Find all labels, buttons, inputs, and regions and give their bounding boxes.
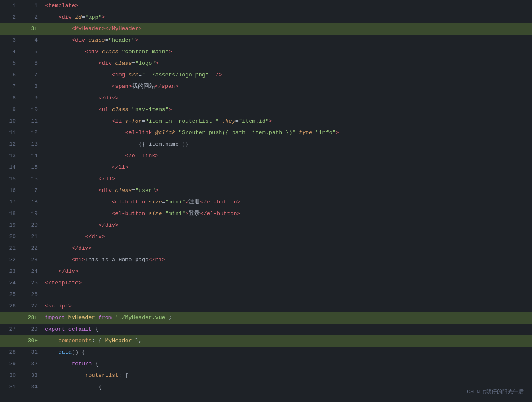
line-row: 1718 <el-button size="mini">注册</el-butto… (0, 196, 532, 208)
right-line-number: 34 (20, 381, 40, 393)
code-line: </div> (40, 231, 532, 243)
line-row: 89 </div> (0, 92, 532, 104)
line-row: 28+import MyHeader from './MyHeader.vue'… (0, 312, 532, 324)
right-line-number: 14 (20, 150, 40, 162)
right-line-number: 26 (20, 289, 40, 300)
right-line-number: 27 (20, 300, 40, 312)
line-row: 2223 <h1>This is a Home page</h1> (0, 254, 532, 266)
code-line: <MyHeader></MyHeader> (40, 23, 532, 35)
right-line-number: 32 (20, 358, 40, 370)
left-line-number: 1 (0, 0, 20, 12)
right-line-number: 29 (20, 324, 40, 335)
right-line-number: 19 (20, 208, 40, 220)
left-line-number: 26 (0, 300, 20, 312)
left-line-number: 27 (0, 324, 20, 335)
line-row: 3033 routerList: [ (0, 370, 532, 381)
right-line-number: 25 (20, 277, 40, 289)
code-line: <div id="app"> (40, 12, 532, 23)
line-row: 34 <div class="header"> (0, 35, 532, 46)
right-line-number: 17 (20, 185, 40, 196)
left-line-number: 16 (0, 185, 20, 196)
right-line-number: 12 (20, 127, 40, 139)
left-line-number: 18 (0, 208, 20, 220)
line-row: 78 <span>我的网站</span> (0, 81, 532, 92)
code-line: <div class="header"> (40, 35, 532, 46)
line-row: 56 <div class="logo"> (0, 58, 532, 69)
line-row: 1415 </li> (0, 162, 532, 173)
right-line-number: 3+ (20, 23, 40, 35)
code-line: </div> (40, 266, 532, 277)
left-line-number (0, 312, 20, 324)
right-line-number: 13 (20, 139, 40, 150)
left-line-number: 17 (0, 196, 20, 208)
right-line-number: 5 (20, 46, 40, 58)
line-row: 3134 { (0, 381, 532, 393)
code-line: data() { (40, 347, 532, 358)
code-line: {{ item.name }} (40, 139, 532, 150)
line-row: 2122 </div> (0, 243, 532, 254)
line-row: 2627<script> (0, 300, 532, 312)
right-line-number: 22 (20, 243, 40, 254)
line-row: 45 <div class="content-main"> (0, 46, 532, 58)
left-line-number: 9 (0, 104, 20, 116)
line-row: 2831 data() { (0, 347, 532, 358)
right-line-number: 1 (20, 0, 40, 12)
line-row: 1819 <el-button size="mini">登录</el-butto… (0, 208, 532, 220)
left-line-number: 29 (0, 358, 20, 370)
left-line-number: 15 (0, 173, 20, 185)
right-line-number: 9 (20, 92, 40, 104)
right-line-number: 20 (20, 220, 40, 231)
line-row: 2425</template> (0, 277, 532, 289)
left-line-number (0, 335, 20, 347)
line-row: 30+ components: { MyHeader }, (0, 335, 532, 347)
code-line: <el-link @click="$router.push({ path: it… (40, 127, 532, 139)
left-line-number: 23 (0, 266, 20, 277)
code-line: <h1>This is a Home page</h1> (40, 254, 532, 266)
left-line-number: 2 (0, 12, 20, 23)
line-row: 1920 </div> (0, 220, 532, 231)
line-row: 11<template> (0, 0, 532, 12)
right-line-number: 4 (20, 35, 40, 46)
line-row: 2932 return { (0, 358, 532, 370)
left-line-number: 10 (0, 116, 20, 127)
code-line: <el-button size="mini">登录</el-button> (40, 208, 532, 220)
right-line-number: 6 (20, 58, 40, 69)
code-line: <ul class="nav-items"> (40, 104, 532, 116)
code-line: <template> (40, 0, 532, 12)
left-line-number: 13 (0, 150, 20, 162)
code-line: <li v-for="item in routerList " :key="it… (40, 116, 532, 127)
left-line-number: 21 (0, 243, 20, 254)
left-line-number: 6 (0, 69, 20, 81)
code-line: </div> (40, 243, 532, 254)
right-line-number: 24 (20, 266, 40, 277)
code-line: <el-button size="mini">注册</el-button> (40, 196, 532, 208)
line-row: 2324 </div> (0, 266, 532, 277)
code-line: <div class="logo"> (40, 58, 532, 69)
left-line-number: 28 (0, 347, 20, 358)
code-line: <div class="user"> (40, 185, 532, 196)
right-line-number: 23 (20, 254, 40, 266)
left-line-number (0, 23, 20, 35)
line-row: 1112 <el-link @click="$router.push({ pat… (0, 127, 532, 139)
right-line-number: 15 (20, 162, 40, 173)
code-line: { (40, 381, 532, 393)
code-line: </ul> (40, 173, 532, 185)
left-line-number: 4 (0, 46, 20, 58)
code-line: <span>我的网站</span> (40, 81, 532, 92)
right-line-number: 11 (20, 116, 40, 127)
code-line: </el-link> (40, 150, 532, 162)
right-line-number: 7 (20, 69, 40, 81)
code-line: <script> (40, 300, 532, 312)
left-line-number: 31 (0, 381, 20, 393)
line-row: 1617 <div class="user"> (0, 185, 532, 196)
left-line-number: 20 (0, 231, 20, 243)
right-line-number: 33 (20, 370, 40, 381)
code-line: </template> (40, 277, 532, 289)
code-line: export default { (40, 324, 532, 335)
right-line-number: 18 (20, 196, 40, 208)
left-line-number: 24 (0, 277, 20, 289)
line-row: 1314 </el-link> (0, 150, 532, 162)
code-line: </div> (40, 220, 532, 231)
left-line-number: 11 (0, 127, 20, 139)
code-line: <div class="content-main"> (40, 46, 532, 58)
